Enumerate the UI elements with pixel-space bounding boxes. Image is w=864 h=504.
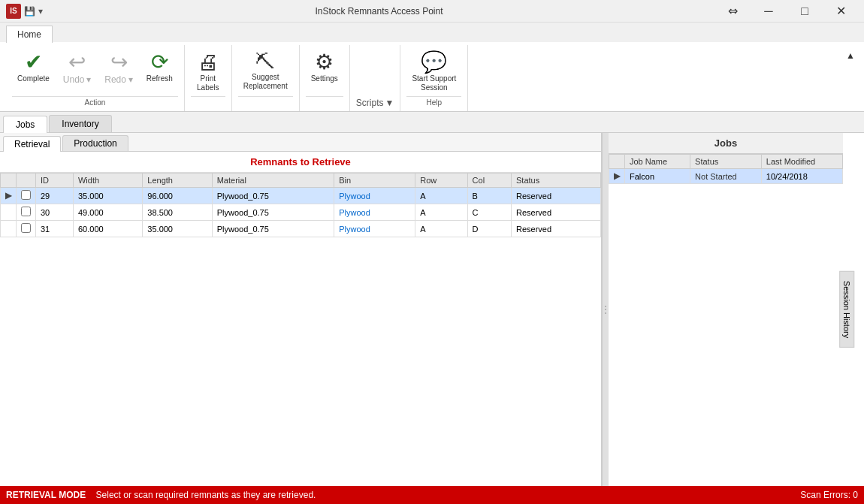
complete-icon: ✔ bbox=[25, 52, 42, 73]
row-bin-2[interactable]: Plywood bbox=[334, 204, 415, 221]
jobs-panel-title: Jobs bbox=[609, 133, 843, 154]
sub-tab-production[interactable]: Production bbox=[62, 135, 128, 151]
undo-icon: ↩ bbox=[68, 52, 86, 73]
collapse-icon: ▲ bbox=[846, 50, 855, 61]
suggest-replacement-label: SuggestReplacement bbox=[243, 73, 288, 91]
remnants-title: Remnants to Retrieve bbox=[0, 152, 601, 173]
row-width-3: 60.000 bbox=[73, 221, 142, 237]
refresh-button[interactable]: ⟳ Refresh bbox=[141, 48, 178, 87]
jobs-table: Job Name Status Last Modified ▶ Falcon N… bbox=[609, 154, 843, 184]
col-col-header: Col bbox=[467, 174, 511, 188]
row-check-1[interactable] bbox=[17, 188, 36, 204]
action-group-label: Action bbox=[12, 96, 178, 108]
scripts-row: Scripts ▼ bbox=[356, 98, 394, 108]
undo-arrow: ▾ bbox=[86, 74, 91, 85]
status-message: RETRIEVAL MODE Select or scan required r… bbox=[6, 490, 316, 500]
row-col-2: C bbox=[467, 204, 511, 221]
remnants-table-container: Remnants to Retrieve ID Width Length Mat… bbox=[0, 152, 601, 486]
window-title: InStock Remnants Access Point bbox=[315, 6, 443, 17]
quick-access-arrow[interactable]: ▾ bbox=[38, 6, 43, 17]
print-labels-button[interactable]: 🖨 PrintLabels bbox=[191, 48, 225, 96]
content-tabs: Jobs Inventory bbox=[0, 112, 864, 133]
start-support-session-button[interactable]: 💬 Start SupportSession bbox=[406, 48, 461, 96]
row-width-1: 35.000 bbox=[73, 188, 142, 204]
jobs-row-arrow-1: ▶ bbox=[609, 169, 625, 184]
title-bar-left: IS 💾 ▾ bbox=[6, 4, 43, 19]
jobs-row-status-1: Not Started bbox=[690, 169, 762, 184]
col-length-header: Length bbox=[143, 174, 212, 188]
row-length-3: 35.000 bbox=[143, 221, 212, 237]
ribbon: ✔ Complete ↩ Undo ▾ ↪ Redo ▾ ⟳ Refresh bbox=[0, 42, 864, 112]
row-bin-3[interactable]: Plywood bbox=[334, 221, 415, 237]
settings-button[interactable]: ⚙ Settings bbox=[306, 48, 343, 87]
row-check-3[interactable] bbox=[17, 221, 36, 237]
complete-button[interactable]: ✔ Complete bbox=[12, 48, 55, 87]
main-content: Jobs Inventory Retrieval Production Remn… bbox=[0, 112, 864, 486]
tab-inventory[interactable]: Inventory bbox=[49, 115, 111, 132]
sub-tab-retrieval[interactable]: Retrieval bbox=[3, 136, 61, 152]
undo-button[interactable]: ↩ Undo ▾ bbox=[58, 48, 96, 89]
suggest-icon: ⛏ bbox=[255, 52, 275, 71]
print-group-label bbox=[191, 96, 225, 108]
save-icon: 💾 bbox=[24, 6, 35, 17]
jobs-col-modified-header: Last Modified bbox=[761, 155, 842, 169]
complete-label: Complete bbox=[17, 74, 50, 83]
suggest-replacement-button[interactable]: ⛏ SuggestReplacement bbox=[238, 48, 293, 95]
ribbon-group-help: 💬 Start SupportSession Help bbox=[400, 45, 468, 111]
row-length-1: 96.000 bbox=[143, 188, 212, 204]
tab-jobs[interactable]: Jobs bbox=[3, 116, 47, 133]
help-buttons: 💬 Start SupportSession bbox=[406, 45, 461, 96]
jobs-table-header: Job Name Status Last Modified bbox=[609, 155, 843, 169]
refresh-label: Refresh bbox=[147, 74, 173, 83]
print-icon: 🖨 bbox=[198, 52, 219, 73]
remnants-table: ID Width Length Material Bin Row Col Sta… bbox=[0, 173, 601, 237]
tab-home[interactable]: Home bbox=[6, 26, 53, 43]
status-bar: RETRIEVAL MODE Select or scan required r… bbox=[0, 486, 864, 504]
row-status-1: Reserved bbox=[512, 188, 601, 204]
app-icon: IS bbox=[6, 4, 21, 19]
swap-button[interactable]: ⇔ bbox=[715, 0, 750, 23]
minimize-button[interactable]: ─ bbox=[751, 0, 786, 23]
row-id-1: 29 bbox=[36, 188, 74, 204]
support-label: Start SupportSession bbox=[412, 74, 456, 92]
jobs-row-name-1: Falcon bbox=[625, 169, 690, 184]
redo-button[interactable]: ↪ Redo ▾ bbox=[99, 48, 137, 89]
table-row[interactable]: 30 49.000 38.500 Plywood_0.75 Plywood A … bbox=[1, 204, 601, 221]
row-arrow-2 bbox=[1, 204, 17, 221]
jobs-col-name-header: Job Name bbox=[625, 155, 690, 169]
settings-buttons: ⚙ Settings bbox=[306, 45, 343, 96]
scripts-label: Scripts bbox=[356, 98, 384, 108]
jobs-row-modified-1: 10/24/2018 bbox=[761, 169, 842, 184]
row-row-3: A bbox=[415, 221, 467, 237]
row-id-3: 31 bbox=[36, 221, 74, 237]
row-checkbox-3[interactable] bbox=[21, 223, 31, 233]
table-row[interactable]: ▶ 29 35.000 96.000 Plywood_0.75 Plywood … bbox=[1, 188, 601, 204]
pane-splitter[interactable]: ⋮ bbox=[603, 133, 609, 486]
ribbon-group-print: 🖨 PrintLabels bbox=[185, 45, 232, 111]
ribbon-tabs: Home bbox=[0, 23, 864, 42]
ribbon-group-suggest: ⛏ SuggestReplacement bbox=[232, 45, 300, 111]
maximize-button[interactable]: □ bbox=[787, 0, 822, 23]
row-bin-1[interactable]: Plywood bbox=[334, 188, 415, 204]
row-checkbox-2[interactable] bbox=[21, 207, 31, 216]
scan-errors: Scan Errors: 0 bbox=[800, 490, 858, 500]
row-status-3: Reserved bbox=[512, 221, 601, 237]
close-button[interactable]: ✕ bbox=[823, 0, 858, 23]
row-arrow-3 bbox=[1, 221, 17, 237]
jobs-table-row[interactable]: ▶ Falcon Not Started 10/24/2018 bbox=[609, 169, 843, 184]
row-checkbox-1[interactable] bbox=[21, 190, 31, 200]
col-check-header bbox=[17, 174, 36, 188]
title-bar-controls: ⇔ ─ □ ✕ bbox=[715, 0, 858, 23]
settings-label: Settings bbox=[311, 74, 338, 83]
session-history-tab[interactable]: Session History bbox=[839, 271, 854, 348]
collapse-ribbon-button[interactable]: ▲ bbox=[843, 48, 858, 63]
row-id-2: 30 bbox=[36, 204, 74, 221]
scripts-expander-icon[interactable]: ▼ bbox=[385, 98, 394, 108]
content-area: Retrieval Production Remnants to Retriev… bbox=[0, 133, 864, 486]
quick-access[interactable]: 💾 ▾ bbox=[24, 6, 43, 17]
row-check-2[interactable] bbox=[17, 204, 36, 221]
row-arrow-1: ▶ bbox=[1, 188, 17, 204]
ribbon-group-settings: ⚙ Settings bbox=[300, 45, 350, 111]
col-arrow-header bbox=[1, 174, 17, 188]
table-row[interactable]: 31 60.000 35.000 Plywood_0.75 Plywood A … bbox=[1, 221, 601, 237]
